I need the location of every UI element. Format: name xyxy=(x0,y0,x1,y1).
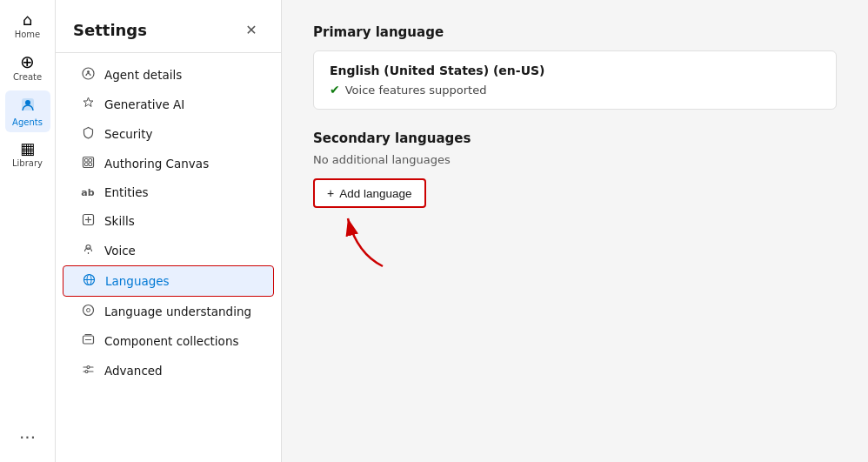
svg-rect-7 xyxy=(84,163,88,166)
settings-panel: Settings ✕ Agent details Generative AI xyxy=(56,0,282,462)
generative-ai-icon xyxy=(80,97,96,112)
menu-item-entities[interactable]: ab Entities xyxy=(63,178,274,206)
home-icon: ⌂ xyxy=(23,12,32,28)
no-languages-text: No additional languages xyxy=(313,153,837,166)
library-icon: ▦ xyxy=(20,141,35,157)
nav-label-home: Home xyxy=(15,30,41,39)
voice-icon xyxy=(80,243,96,258)
agent-details-icon xyxy=(80,67,96,83)
menu-item-voice[interactable]: Voice xyxy=(63,236,274,265)
svg-rect-6 xyxy=(89,159,92,163)
menu-label-component-collections: Component collections xyxy=(104,334,238,348)
menu-label-security: Security xyxy=(104,127,152,141)
component-collections-icon xyxy=(80,333,96,349)
menu-label-agent-details: Agent details xyxy=(104,68,182,82)
entities-icon: ab xyxy=(80,187,96,198)
menu-item-security[interactable]: Security xyxy=(63,119,274,149)
authoring-canvas-icon xyxy=(80,156,96,171)
settings-header: Settings ✕ xyxy=(56,0,281,53)
menu-label-advanced: Advanced xyxy=(104,364,163,378)
close-button[interactable]: ✕ xyxy=(239,17,264,42)
voice-supported-label: Voice features supported xyxy=(345,84,487,97)
menu-label-entities: Entities xyxy=(104,185,149,199)
svg-point-3 xyxy=(87,70,90,73)
svg-point-18 xyxy=(86,309,90,312)
menu-label-voice: Voice xyxy=(104,244,136,258)
svg-point-17 xyxy=(83,305,93,316)
language-understanding-icon xyxy=(80,304,96,319)
menu-label-languages: Languages xyxy=(105,274,170,288)
primary-language-title: Primary language xyxy=(313,24,837,40)
check-icon: ✔ xyxy=(330,83,340,97)
menu-label-language-understanding: Language understanding xyxy=(104,305,251,318)
security-icon xyxy=(80,126,96,142)
add-language-container: + Add language xyxy=(313,178,426,208)
languages-icon xyxy=(81,273,97,289)
agents-icon xyxy=(19,96,37,116)
voice-supported-row: ✔ Voice features supported xyxy=(330,83,820,97)
svg-rect-8 xyxy=(89,163,92,166)
nav-item-home[interactable]: ⌂ Home xyxy=(5,7,50,44)
create-icon: ⊕ xyxy=(20,53,35,70)
menu-item-authoring-canvas[interactable]: Authoring Canvas xyxy=(63,149,274,178)
add-language-label: Add language xyxy=(339,187,411,200)
settings-menu: Agent details Generative AI Security xyxy=(56,53,281,392)
menu-item-language-understanding[interactable]: Language understanding xyxy=(63,297,274,326)
more-nav-button[interactable]: ··· xyxy=(19,427,36,448)
menu-item-agent-details[interactable]: Agent details xyxy=(63,60,274,90)
menu-item-generative-ai[interactable]: Generative AI xyxy=(63,90,274,119)
secondary-languages-title: Secondary languages xyxy=(313,131,837,146)
primary-language-name: English (United States) (en-US) xyxy=(330,64,820,77)
nav-label-library: Library xyxy=(12,158,43,168)
skills-icon xyxy=(80,213,96,229)
menu-item-skills[interactable]: Skills xyxy=(63,206,274,236)
settings-title: Settings xyxy=(73,21,147,39)
svg-point-1 xyxy=(25,100,30,105)
menu-item-component-collections[interactable]: Component collections xyxy=(63,326,274,356)
menu-item-languages[interactable]: Languages xyxy=(63,265,274,297)
add-language-button[interactable]: + Add language xyxy=(313,178,426,208)
menu-label-generative-ai: Generative AI xyxy=(104,97,184,111)
nav-item-library[interactable]: ▦ Library xyxy=(5,136,50,173)
nav-label-agents: Agents xyxy=(12,117,43,127)
left-nav: ⌂ Home ⊕ Create Agents ▦ Library ··· xyxy=(0,0,56,462)
add-icon: + xyxy=(327,186,334,200)
nav-label-create: Create xyxy=(13,72,42,82)
main-content: Primary language English (United States)… xyxy=(282,0,868,462)
menu-label-authoring-canvas: Authoring Canvas xyxy=(104,157,209,171)
primary-language-card: English (United States) (en-US) ✔ Voice … xyxy=(313,50,837,110)
nav-item-agents[interactable]: Agents xyxy=(5,90,50,132)
nav-item-create[interactable]: ⊕ Create xyxy=(5,48,50,87)
annotation-arrow xyxy=(331,210,400,271)
menu-label-skills: Skills xyxy=(104,214,135,228)
advanced-icon xyxy=(80,363,96,378)
svg-rect-5 xyxy=(84,159,88,163)
menu-item-advanced[interactable]: Advanced xyxy=(63,356,274,385)
